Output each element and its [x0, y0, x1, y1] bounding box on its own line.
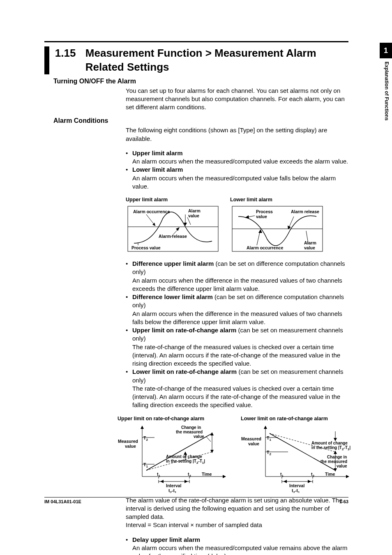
label: Interval	[289, 483, 304, 488]
condition-body: The rate-of-change of the measured value…	[132, 385, 340, 409]
svg-line-9	[187, 217, 191, 225]
label: value	[337, 464, 347, 468]
label: value	[256, 214, 267, 219]
condition-body: An alarm occurs when the measured/comput…	[132, 175, 336, 190]
svg-line-23	[146, 433, 212, 470]
bullet: •	[126, 166, 132, 191]
label: value	[125, 444, 136, 449]
condition-list: • Difference upper limit alarm (can be s…	[126, 260, 348, 410]
label: Alarm	[188, 208, 201, 213]
condition-name: Difference upper limit alarm	[132, 260, 214, 267]
svg-marker-59	[308, 480, 311, 483]
bullet: •	[126, 326, 132, 368]
figure-title: Upper limit on rate-of-change alarm	[118, 416, 233, 421]
page-footer: IM 04L31A01-01E 1-63	[44, 497, 348, 504]
bullet: •	[126, 293, 132, 326]
label: value	[194, 434, 204, 439]
subheading-conditions: Alarm Conditions	[53, 117, 348, 124]
label: Measured	[118, 439, 138, 444]
condition-name: Upper limit on rate-of-change alarm	[132, 327, 236, 334]
svg-marker-38	[184, 480, 188, 483]
label: value	[304, 245, 315, 250]
label: t2-t1	[292, 488, 300, 493]
label: Process	[256, 209, 273, 214]
condition-name: Upper limit alarm	[132, 150, 183, 157]
list-item: • Lower limit alarm An alarm occurs when…	[126, 166, 348, 191]
condition-body: The rate-of-change of the measured value…	[132, 343, 340, 367]
label: Alarm occurrence	[247, 245, 283, 250]
label: t1	[280, 472, 284, 478]
figure-title: Lower limit alarm	[230, 197, 325, 203]
label: Measured	[241, 436, 261, 441]
chapter-side-label: Explanation of Functions	[384, 62, 390, 120]
label: Time	[325, 472, 335, 477]
svg-marker-41	[264, 426, 267, 429]
svg-line-39	[206, 436, 211, 442]
diagram-lower-limit: Process value Alarm release Alarm occurr…	[230, 204, 325, 253]
label: Process value	[131, 245, 161, 250]
figure-roc: Upper limit on rate-of-change alarm	[118, 416, 348, 493]
svg-marker-51	[334, 451, 337, 454]
condition-name: Lower limit on rate-of-change alarm	[132, 368, 237, 375]
condition-name: Delay upper limit alarm	[132, 536, 200, 543]
list-item: • Lower limit on rate-of-change alarm (c…	[126, 368, 348, 409]
condition-body: An alarm occurs when the measured/comput…	[132, 544, 348, 555]
list-item: • Difference lower limit alarm (can be s…	[126, 293, 348, 326]
footer-doc-id: IM 04L31A01-01E	[44, 499, 81, 504]
condition-name: Lower limit alarm	[132, 166, 183, 173]
label: t2	[188, 472, 191, 478]
label: value	[248, 441, 259, 446]
footer-page-number: 1-63	[339, 499, 348, 504]
diagram-upper-limit: Alarm occurrence Alarm value Alarm relea…	[126, 204, 220, 253]
svg-marker-37	[160, 480, 164, 483]
label: t2-t1	[168, 488, 177, 493]
body-text: The following eight conditions (shown as…	[126, 126, 348, 143]
label: the measured	[176, 430, 203, 434]
diagram-roc-upper: Measured value T2 T1 Change in the measu…	[118, 423, 233, 493]
chapter-tab: 1	[380, 43, 392, 58]
section-heading: 1.15 Measurement Function > Measurement …	[44, 46, 348, 74]
figure-title: Upper limit alarm	[126, 197, 220, 203]
label: Time	[202, 472, 212, 477]
bullet: •	[126, 149, 132, 166]
condition-list: • Upper limit alarm An alarm occurs when…	[126, 149, 348, 191]
condition-body: An alarm occurs when the difference in t…	[132, 310, 342, 325]
svg-marker-31	[210, 450, 214, 453]
condition-body: An alarm occurs when the difference in t…	[132, 277, 342, 292]
top-rule	[44, 41, 348, 42]
svg-marker-7	[176, 227, 180, 231]
condition-body: An alarm occurs when the measured/comput…	[132, 158, 348, 165]
svg-marker-20	[141, 426, 144, 429]
bullet: •	[126, 260, 132, 293]
label: value	[188, 213, 199, 218]
label: T2	[143, 435, 148, 442]
figure-title: Lower limit on rate-of-change alarm	[241, 416, 356, 421]
label: t1	[157, 472, 161, 478]
condition-list: • Delay upper limit alarm An alarm occur…	[126, 536, 348, 555]
label: T2	[267, 450, 271, 456]
label: Alarm release	[159, 234, 187, 239]
list-item: • Delay upper limit alarm An alarm occur…	[126, 536, 348, 555]
diagram-roc-lower: Measured value T1 T2 Amount of change in…	[241, 423, 356, 493]
body-text: You can set up to four alarms for each c…	[126, 87, 348, 112]
figure-upper-lower: Upper limit alarm Alarm occurrence Alarm…	[126, 197, 348, 253]
svg-marker-43	[346, 475, 349, 478]
section-title-text: Measurement Function > Measurement Alarm…	[85, 46, 348, 74]
label: in the setting |T2-T1|	[166, 459, 205, 465]
subheading-turning: Turning ON/OFF the Alarm	[53, 78, 348, 85]
svg-marker-22	[223, 475, 226, 478]
label: in the setting |T2-T1|	[311, 445, 350, 451]
list-item: • Upper limit alarm An alarm occurs when…	[126, 149, 348, 166]
label: T1	[267, 435, 271, 442]
bullet: •	[126, 368, 132, 409]
label: T1	[143, 462, 148, 468]
label: the measured	[321, 459, 347, 464]
label: Alarm	[304, 240, 316, 245]
label: Alarm occurrence	[133, 209, 170, 214]
section-number: 1.15	[55, 46, 85, 74]
label: Change in	[181, 425, 201, 430]
body-text: Interval = Scan interval × number of sam…	[126, 521, 348, 529]
condition-name: Difference lower limit alarm	[132, 293, 213, 300]
list-item: • Upper limit on rate-of-change alarm (c…	[126, 326, 348, 368]
svg-line-16	[257, 231, 260, 245]
